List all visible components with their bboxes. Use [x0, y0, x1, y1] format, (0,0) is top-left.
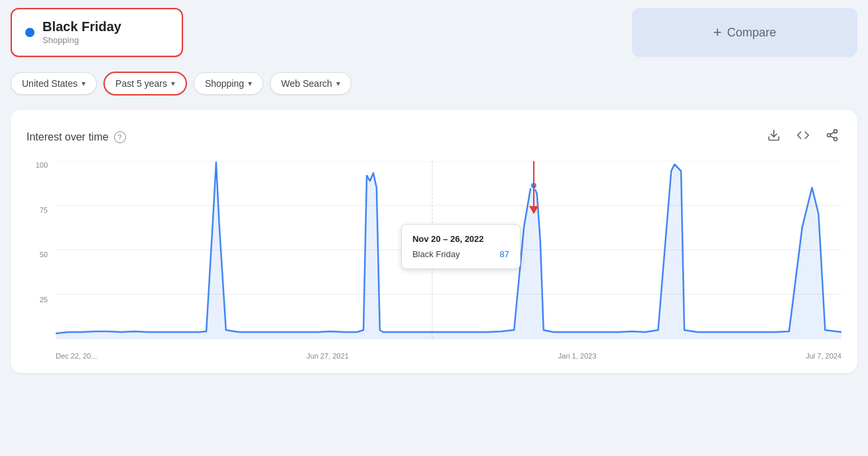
search-type-filter[interactable]: Web Search ▾: [270, 72, 351, 95]
search-type-label: Web Search: [281, 78, 332, 89]
download-icon: [767, 129, 780, 142]
x-axis-labels: Dec 22, 20... Jun 27, 2021 Jan 1, 2023 J…: [56, 341, 841, 360]
arrow-line: [533, 161, 534, 206]
x-label-jul2024: Jul 7, 2024: [806, 352, 841, 360]
search-type-chevron: ▾: [336, 79, 340, 88]
chart-title-row: Interest over time ?: [27, 131, 126, 143]
embed-icon: [796, 129, 810, 142]
y-label-25: 25: [27, 296, 53, 304]
category-chevron: ▾: [248, 79, 252, 88]
sub-term: Shopping: [42, 34, 121, 46]
plus-icon: +: [713, 24, 722, 41]
svg-line-5: [830, 133, 834, 135]
share-icon: [826, 129, 839, 142]
embed-button[interactable]: [794, 126, 812, 148]
compare-button[interactable]: + Compare: [632, 8, 857, 57]
search-chip[interactable]: Black Friday Shopping: [11, 8, 183, 57]
region-filter[interactable]: United States ▾: [11, 72, 97, 95]
share-button[interactable]: [823, 126, 841, 148]
chart-area: 100 75 50 25: [27, 161, 841, 360]
download-button[interactable]: [765, 126, 783, 148]
y-axis-labels: 100 75 50 25: [27, 161, 53, 340]
x-label-dec2020: Dec 22, 20...: [56, 352, 97, 360]
time-filter[interactable]: Past 5 years ▾: [103, 72, 187, 95]
region-label: United States: [22, 78, 78, 89]
x-label-jan2023: Jan 1, 2023: [558, 352, 597, 360]
arrow-head: [529, 206, 538, 214]
svg-line-4: [830, 136, 834, 138]
region-chevron: ▾: [82, 79, 86, 88]
tooltip: Nov 20 – 26, 2022 Black Friday 87: [401, 224, 521, 269]
time-label: Past 5 years: [115, 78, 167, 89]
filters-bar: United States ▾ Past 5 years ▾ Shopping …: [0, 65, 868, 102]
chart-title: Interest over time: [27, 131, 109, 143]
tooltip-row: Black Friday 87: [412, 249, 509, 259]
main-term: Black Friday: [42, 19, 121, 34]
red-arrow: [529, 161, 538, 214]
chip-text: Black Friday Shopping: [42, 19, 121, 46]
chart-section: Interest over time ?: [11, 110, 857, 373]
topic-dot: [25, 28, 34, 37]
y-label-50: 50: [27, 251, 53, 258]
top-bar: Black Friday Shopping + Compare: [0, 0, 868, 65]
chart-actions: [765, 126, 841, 148]
chart-inner: Nov 20 – 26, 2022 Black Friday 87: [56, 161, 841, 340]
tooltip-date: Nov 20 – 26, 2022: [412, 234, 509, 244]
tooltip-value: 87: [499, 249, 509, 259]
x-label-jun2021: Jun 27, 2021: [306, 352, 349, 360]
category-filter[interactable]: Shopping ▾: [194, 72, 263, 95]
compare-label: Compare: [727, 26, 776, 40]
time-chevron: ▾: [171, 79, 175, 88]
help-icon[interactable]: ?: [114, 131, 126, 143]
tooltip-term: Black Friday: [412, 249, 460, 259]
y-label-75: 75: [27, 206, 53, 214]
chart-header: Interest over time ?: [27, 126, 841, 148]
category-label: Shopping: [205, 78, 244, 89]
y-label-100: 100: [27, 161, 53, 169]
